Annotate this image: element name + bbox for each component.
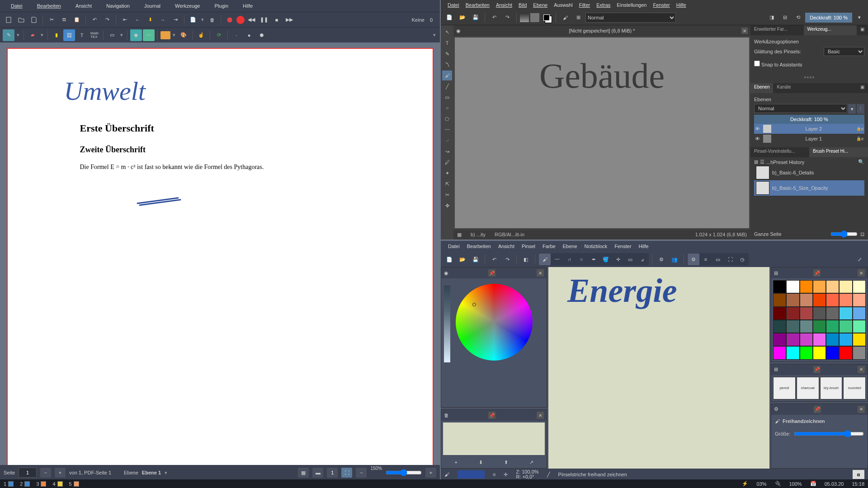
next-page-icon[interactable]: ⬇ xyxy=(144,14,156,26)
m-menu-pinsel[interactable]: Pinsel xyxy=(518,242,539,250)
shape-circle-icon[interactable]: ◉ xyxy=(130,29,142,41)
k-redo-icon[interactable]: ↷ xyxy=(501,12,513,23)
copy-icon[interactable]: ⧉ xyxy=(58,14,70,26)
k-preset-tab1[interactable]: Pinsel-Voreinstellu... xyxy=(750,147,809,157)
tex-tool-icon[interactable]: MathTEX xyxy=(89,29,100,41)
m-palette-close-icon[interactable]: ✕ xyxy=(858,269,865,277)
stroke-med-icon[interactable]: ● xyxy=(243,29,255,41)
palette-swatch[interactable] xyxy=(773,333,786,346)
k-layer-opacity-slider[interactable]: Deckkraft: 100 % xyxy=(754,115,864,124)
m-canvas[interactable]: Energie xyxy=(548,267,769,469)
palette-swatch[interactable] xyxy=(839,346,852,359)
workspace-4[interactable]: 4 xyxy=(52,481,62,487)
m-new-icon[interactable]: 📄 xyxy=(443,253,455,265)
eraser-dropdown[interactable]: ▾ xyxy=(39,32,45,38)
rect-select-icon[interactable]: ▭ xyxy=(106,29,118,41)
k-docker-tab-tool[interactable]: Werkzeug... xyxy=(804,25,857,35)
highlighter-icon[interactable]: ▮ xyxy=(51,29,62,41)
m-alpha-lock-icon[interactable]: α xyxy=(853,470,864,479)
menu-datei[interactable]: Datei xyxy=(4,1,30,10)
k-dynamic-brush-icon[interactable]: 🖊 xyxy=(442,157,452,167)
color-dropdown[interactable]: ▾ xyxy=(171,32,177,38)
m-ellipse-tool-icon[interactable]: ○ xyxy=(576,253,587,265)
m-redo-icon[interactable]: ↷ xyxy=(501,253,513,265)
palette-swatch[interactable] xyxy=(786,346,799,359)
k-layer2-visible-icon[interactable]: 👁 xyxy=(755,126,761,131)
k-freehand-path-icon[interactable]: ↝ xyxy=(442,146,452,156)
k-fgbg-icon[interactable] xyxy=(541,12,552,23)
m-colorpanel-pin-icon[interactable]: 📌 xyxy=(488,269,495,277)
palette-swatch[interactable] xyxy=(773,293,786,306)
layer-value[interactable]: Ebene 1 xyxy=(142,470,161,475)
palette-swatch[interactable] xyxy=(826,346,839,359)
k-collapse-icon[interactable]: ▴▴▴▴ xyxy=(754,74,864,80)
menu-ansicht[interactable]: Ansicht xyxy=(68,1,99,10)
k-preset-list-icon[interactable]: ☰ xyxy=(760,159,764,165)
k-opacity-dropdown-icon[interactable]: ▾ xyxy=(854,12,865,23)
menu-bearbeiten[interactable]: Bearbeiten xyxy=(30,1,68,10)
k-preset-grid-icon[interactable]: ⊞ xyxy=(754,159,758,165)
m-swatchpanel-pin-icon[interactable]: 📌 xyxy=(488,412,495,419)
m-brush-icon[interactable]: 🖌 xyxy=(444,472,449,477)
k-layer-1-row[interactable]: 👁 Layer 1 🔒α xyxy=(754,134,864,144)
palette-swatch[interactable] xyxy=(786,280,799,293)
stroke-thin-icon[interactable]: · xyxy=(231,29,242,41)
palette-swatch[interactable] xyxy=(839,280,852,293)
m-swatch-load-icon[interactable]: ⬆ xyxy=(504,460,508,465)
refresh-icon[interactable]: ⟳ xyxy=(213,29,225,41)
stroke-thick-icon[interactable]: ● xyxy=(256,29,268,41)
view-single-button[interactable]: 1 xyxy=(327,468,338,478)
m-eraser-icon[interactable]: ◧ xyxy=(520,253,532,265)
k-gradient-icon[interactable] xyxy=(520,13,529,22)
k-text-tool-icon[interactable]: T xyxy=(442,38,452,48)
m-view-scratch-icon[interactable]: ▭ xyxy=(712,253,724,265)
m-connected-tool-icon[interactable]: ⑁ xyxy=(563,253,575,265)
m-brushpanel-close-icon[interactable]: ✕ xyxy=(858,366,865,373)
k-zoom-reset-icon[interactable]: ⊡ xyxy=(860,231,864,237)
brush-preset-dry-brush[interactable]: dry-brush xyxy=(820,377,843,399)
k-preset-tab2[interactable]: Brush Preset Hi... xyxy=(809,147,868,157)
k-menu-bearbeiten[interactable]: Bearbeiten xyxy=(462,1,493,9)
delete-page-icon[interactable]: 🗑 xyxy=(206,14,218,26)
palette-swatch[interactable] xyxy=(826,307,839,320)
palette-swatch[interactable] xyxy=(813,307,826,320)
k-new-icon[interactable]: 📄 xyxy=(443,12,455,23)
layers-dropdown-label[interactable]: Keine xyxy=(412,17,425,23)
eraser-icon[interactable]: ▰ xyxy=(27,29,38,41)
m-menu-farbe[interactable]: Farbe xyxy=(539,242,559,250)
k-menu-extras[interactable]: Extras xyxy=(593,1,613,9)
brush-preset-charcoal[interactable]: charcoal xyxy=(797,377,819,399)
m-swatch-add-icon[interactable]: + xyxy=(454,460,457,465)
palette-swatch[interactable] xyxy=(813,280,826,293)
zoom-slider[interactable] xyxy=(386,468,422,478)
k-preset-zoom-icon[interactable]: 🔍 xyxy=(858,159,864,165)
k-layer-blend-select[interactable]: Normal xyxy=(754,104,847,113)
k-layer-menu-icon[interactable]: ⋮ xyxy=(857,104,864,114)
cut-icon[interactable]: ✂ xyxy=(46,14,57,26)
pause-icon[interactable]: ❚❚ xyxy=(258,14,270,26)
brush-preset-rounded[interactable]: rounded xyxy=(843,377,866,399)
first-page-icon[interactable]: ⇤ xyxy=(119,14,131,26)
m-swatchpanel-close-icon[interactable]: ✕ xyxy=(537,412,544,419)
palette-swatch[interactable] xyxy=(853,333,866,346)
m-brush-grid[interactable]: pencilcharcoaldry-brushrounded xyxy=(771,375,868,401)
palette-swatch[interactable] xyxy=(826,333,839,346)
m-brush-settings-icon[interactable]: ⚙ xyxy=(656,253,667,265)
k-brush-preset-1[interactable]: b)_Basic-6_Details xyxy=(754,165,864,180)
k-selection-icon[interactable]: ▦ xyxy=(457,232,462,238)
k-crop-tool-icon[interactable]: ✂ xyxy=(442,190,452,200)
k-menu-fenster[interactable]: Fenster xyxy=(650,1,673,9)
palette-swatch[interactable] xyxy=(786,307,799,320)
m-menu-notizblock[interactable]: Notizblock xyxy=(581,242,611,250)
k-smoothing-select[interactable]: Basic xyxy=(824,47,864,56)
color-picker-icon[interactable]: 🎨 xyxy=(178,29,189,41)
k-bezier-tool-icon[interactable]: ⟋ xyxy=(442,136,452,145)
k-save-icon[interactable]: 💾 xyxy=(470,12,481,23)
layer-dropdown-icon[interactable]: ▾ xyxy=(165,470,167,476)
zoom-out-button[interactable]: − xyxy=(356,468,367,478)
m-color-palette[interactable] xyxy=(771,278,868,361)
m-view-preview-icon[interactable]: ⛶ xyxy=(724,253,736,265)
m-palette-pin-icon[interactable]: 📌 xyxy=(813,269,821,277)
add-page-dropdown[interactable]: ▾ xyxy=(200,17,205,23)
m-symmetry-tool-icon[interactable]: ⦞ xyxy=(637,253,648,265)
